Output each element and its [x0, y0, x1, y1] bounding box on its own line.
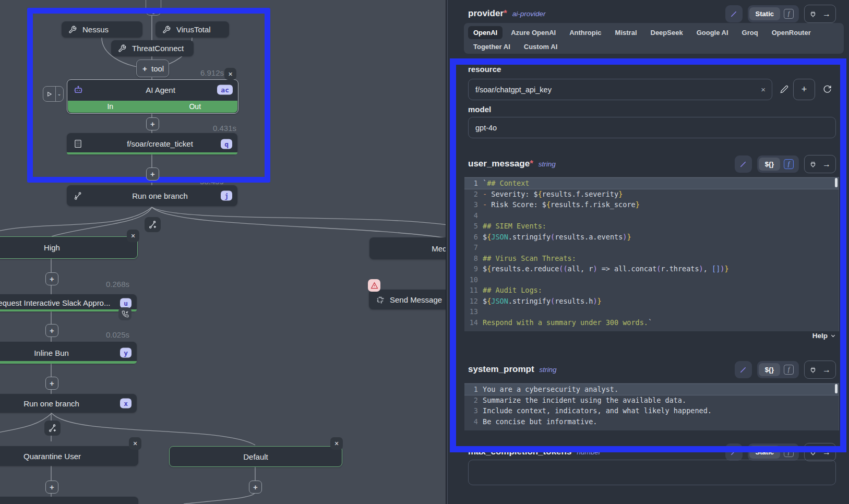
node-branch-default[interactable]: Default [169, 446, 342, 467]
add-resource-button[interactable]: + [793, 79, 815, 100]
refresh-resource-button[interactable] [820, 82, 834, 96]
node-branch-high[interactable]: High [0, 236, 138, 259]
model-input[interactable]: gpt-4o [468, 117, 836, 138]
plug-icon[interactable] [809, 10, 817, 18]
play-icon[interactable] [43, 87, 56, 101]
close-high-branch-button[interactable]: × [127, 230, 139, 242]
input-mode-toggle[interactable]: Static f [748, 443, 799, 461]
run-node-split-button[interactable]: ⌄ [43, 86, 64, 102]
chevron-down-icon[interactable]: ⌄ [56, 87, 63, 101]
javascript-expr-icon[interactable]: f [784, 447, 794, 457]
edit-resource-button[interactable] [778, 82, 791, 96]
input-mode-toggle[interactable]: ${} f [757, 155, 799, 173]
wrench-icon [117, 44, 127, 53]
add-branch-button[interactable] [44, 421, 61, 436]
slack-icon [375, 295, 385, 304]
insert-step-button[interactable]: + [45, 377, 58, 390]
editor-scrollbar[interactable] [835, 178, 838, 187]
duration-inline-bun: 0.025s [82, 330, 129, 339]
max-tokens-input[interactable] [468, 460, 836, 485]
help-label: Help [812, 332, 828, 340]
tool-button[interactable]: + tool [136, 59, 169, 77]
node-slack-approval[interactable]: Request Interactive Slack Appro... u [0, 294, 137, 311]
arrow-right-icon[interactable]: → [822, 160, 831, 169]
plug-icon[interactable] [809, 449, 817, 456]
close-ai-agent-button[interactable]: × [224, 68, 236, 80]
node-send-message[interactable]: Send Message [369, 290, 446, 309]
line-number: 7 [464, 242, 483, 253]
provider-tab[interactable]: Mistral [610, 26, 642, 39]
system-prompt-editor[interactable]: 1You are a cybersecurity analyst.2Summar… [464, 383, 839, 430]
node-threatconnect[interactable]: ThreatConnect [111, 40, 194, 56]
editor-scrollbar[interactable] [835, 384, 838, 393]
insert-step-button[interactable]: + [146, 117, 159, 130]
help-toggle[interactable]: Help [812, 332, 836, 340]
line-number: 4 [464, 210, 483, 221]
code-token: [] [712, 263, 720, 274]
node-label: Send Message [390, 295, 442, 304]
user-message-field-actions: ${} f → [735, 155, 836, 173]
mode-static-label[interactable]: Static [749, 7, 780, 20]
javascript-expr-icon[interactable]: f [784, 159, 794, 169]
close-default-branch-button[interactable]: × [330, 437, 343, 450]
node-run-branch-j[interactable]: Run one branch j [67, 185, 237, 206]
provider-tab[interactable]: Google AI [691, 26, 734, 39]
plug-icon[interactable] [809, 161, 817, 168]
code-token: ## Context [487, 178, 529, 189]
javascript-expr-icon[interactable]: f [784, 365, 794, 375]
provider-tab[interactable]: Groq [737, 26, 763, 39]
node-virustotal[interactable]: VirusTotal [156, 21, 229, 38]
node-create-ticket[interactable]: f/soar/create_ticket q [67, 133, 237, 154]
resource-input[interactable]: f/soar/chatgpt_api_key × [468, 79, 772, 100]
arrow-right-icon[interactable]: → [822, 9, 831, 19]
warning-icon [368, 279, 380, 292]
user-message-editor[interactable]: 1`## Context2- Severity: ${results.f.sev… [464, 177, 839, 331]
code-token: ) [623, 232, 627, 243]
insert-step-button[interactable]: + [146, 167, 159, 181]
provider-tab[interactable]: DeepSeek [645, 26, 688, 39]
node-branch-medium[interactable]: Medium [369, 237, 446, 259]
insert-step-button[interactable]: + [45, 481, 58, 494]
provider-tab[interactable]: OpenRouter [767, 26, 816, 39]
provider-tab[interactable]: Anthropic [564, 26, 606, 39]
node-quarantine-user[interactable]: Quarantine User [0, 446, 138, 466]
ai-wand-button[interactable] [725, 5, 743, 22]
node-nessus[interactable]: Nessus [62, 21, 142, 38]
provider-tab[interactable]: OpenAI [468, 26, 503, 39]
input-mode-toggle[interactable]: Static f [748, 5, 799, 22]
tool-button-label: tool [151, 64, 164, 73]
insert-step-button[interactable]: + [45, 324, 58, 337]
close-quarantine-branch-button[interactable]: × [129, 437, 141, 450]
code-token: } [724, 263, 728, 274]
flow-canvas[interactable]: 58.459 o Nessus VirusTotal ThreatConnect [0, 0, 446, 504]
ai-wand-button[interactable] [725, 443, 743, 461]
input-mode-toggle[interactable]: ${} f [757, 361, 799, 378]
mode-template-label[interactable]: ${} [759, 158, 780, 171]
flow-input-connector[interactable]: o [146, 0, 161, 16]
provider-tab[interactable]: Azure OpenAI [506, 26, 561, 39]
ai-wand-button[interactable] [735, 155, 752, 173]
clear-resource-icon[interactable]: × [761, 85, 766, 94]
insert-step-button[interactable]: + [45, 272, 58, 285]
provider-tab[interactable]: Together AI [468, 40, 516, 53]
node-ai-agent[interactable]: AI Agent ac In Out [67, 79, 238, 114]
javascript-expr-icon[interactable]: f [784, 9, 794, 19]
required-asterisk: * [504, 8, 507, 19]
arrow-right-icon[interactable]: → [822, 365, 831, 375]
node-label: Run one branch [0, 399, 137, 408]
mode-template-label[interactable]: ${} [759, 363, 780, 376]
insert-step-button[interactable]: + [249, 481, 262, 494]
mode-static-label[interactable]: Static [749, 446, 780, 459]
ai-wand-button[interactable] [735, 361, 752, 378]
code-line: 1`## Context [464, 178, 839, 189]
node-run-branch-x[interactable]: Run one branch x [0, 394, 137, 413]
add-branch-button[interactable] [145, 217, 161, 232]
provider-tab[interactable]: Custom AI [519, 40, 563, 53]
node-inline-bun[interactable]: Inline Bun y [0, 342, 137, 364]
node-label: VirusTotal [176, 25, 211, 34]
node-partial-bottom[interactable] [0, 497, 138, 504]
arrow-right-icon[interactable]: → [822, 448, 831, 457]
node-status-bar [0, 361, 137, 364]
plug-icon[interactable] [809, 366, 817, 374]
robot-icon [74, 85, 83, 94]
